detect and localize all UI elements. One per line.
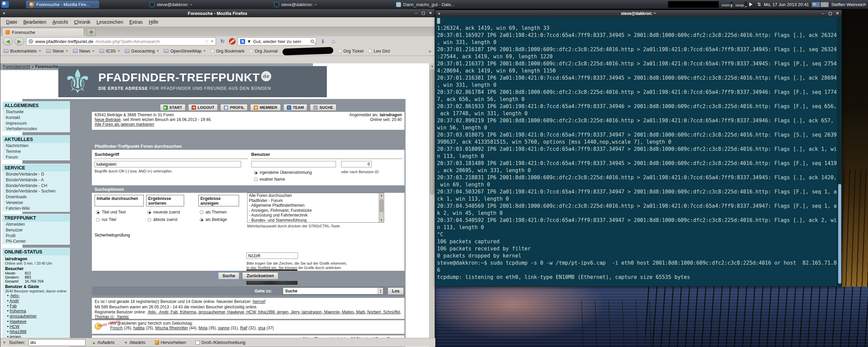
username-input[interactable] <box>251 161 336 167</box>
sidebar-link[interactable]: Fahrten-Wiki <box>2 206 70 211</box>
online-user-link[interactable]: Yannic <box>117 314 129 319</box>
close-icon[interactable]: × <box>3 340 6 345</box>
sidebar-link[interactable]: PN-Center <box>2 239 70 244</box>
bookmark-item[interactable]: Org Journal <box>249 48 278 54</box>
new-tab-button[interactable]: ✚ <box>87 28 96 36</box>
terminal-output[interactable]: 1:26324, ack 1419, win 69, length 3320:3… <box>435 17 837 286</box>
url-bar[interactable]: www.pfadfinder-treffpunkt.de /include.ph… <box>26 37 216 45</box>
online-user-link[interactable]: Fab <box>171 310 180 314</box>
goto-select[interactable]: Suche▲▼ <box>283 287 383 294</box>
forum-option[interactable]: - Allgemeine Pfadfinderthemen <box>248 203 384 208</box>
radio-as-topics[interactable]: als Themen <box>200 210 226 215</box>
sidebar-link[interactable]: Impressum <box>2 121 70 126</box>
submit-button[interactable]: Suche <box>218 272 240 280</box>
new-posts-link[interactable]: Neue Beiträge <box>95 117 121 122</box>
find-previous-button[interactable]: ▲Aufwärts <box>89 339 117 346</box>
home-icon[interactable]: ⌂ <box>329 37 338 45</box>
userid-input[interactable] <box>341 161 372 167</box>
system-monitor-graph[interactable] <box>668 1 719 8</box>
search-term-input[interactable] <box>95 161 241 167</box>
forum-option[interactable]: - Ausrüstung und Fahrtentechnik <box>248 213 384 218</box>
online-user-link[interactable]: Schnüffel <box>383 310 401 314</box>
panel-clock[interactable]: Mo, 17 Jun 2013 20:41 <box>764 2 809 7</box>
sidebar-link[interactable]: Downloads <box>2 194 70 200</box>
bookmark-folder[interactable]: OpenStreetMap▼ <box>164 48 206 54</box>
url-dropdown-icon[interactable]: ▼ <box>211 40 214 43</box>
bookmark-folder[interactable]: Bookmarklets▼ <box>4 48 41 54</box>
online-user-link[interactable]: grossauheimer <box>198 310 227 314</box>
radio-title-only[interactable]: nur Titel <box>96 217 116 222</box>
page-scrollbar[interactable]: ▲ ▼ <box>429 63 435 347</box>
volume-icon[interactable] <box>749 2 754 6</box>
online-user-item[interactable]: Fab <box>2 304 70 309</box>
spinner-icons[interactable]: ▲▼ <box>378 288 383 294</box>
forum-option[interactable]: - Anzeigen, Flohmarkt, Fundstücke <box>248 208 384 213</box>
scrollbar-thumb[interactable] <box>380 199 383 212</box>
downloads-icon[interactable]: ⬇ <box>318 37 327 45</box>
radio-as-posts[interactable]: als Beiträge <box>200 217 227 222</box>
menu-item[interactable]: Extras <box>126 18 146 26</box>
minimize-icon[interactable]: ─ <box>413 10 419 16</box>
minimize-icon[interactable]: ─ <box>820 11 826 16</box>
sidebar-link[interactable]: Kontakt <box>2 115 70 121</box>
network-icon[interactable]: ⇅ <box>757 2 761 7</box>
radio-title-text[interactable]: Titel und Text <box>96 210 126 215</box>
online-user-link[interactable]: Norbert <box>367 310 383 314</box>
bookmark-folder[interactable]: Geocaching▼ <box>125 48 159 54</box>
scroll-up-icon[interactable]: ▲ <box>379 194 384 197</box>
mark-read-link[interactable]: Alle Foren als gelesen markieren <box>95 122 154 127</box>
online-user-link[interactable]: lairsdragon <box>302 310 324 314</box>
sidebar-link[interactable]: Bünde/Verbände - A <box>2 177 70 183</box>
search-bar[interactable]: 8 ▼ Gut, wieder hier zu sein <box>238 37 316 45</box>
online-user-link[interactable]: Thomas U. <box>95 314 117 319</box>
tab-forensuche[interactable]: Forensuche <box>2 28 84 36</box>
birthday-user-link[interactable]: Frosch <box>110 326 123 330</box>
birthday-user-link[interactable]: panne <box>218 326 229 330</box>
bookmark-item[interactable]: Leo Dict <box>368 48 390 54</box>
online-user-item[interactable]: früherma <box>2 309 70 314</box>
birthday-user-link[interactable]: stsa <box>258 326 265 330</box>
workspace-2[interactable] <box>821 2 829 7</box>
taskbar-item-firefox[interactable]: Forensuche - Mozilla Fire... <box>26 1 99 8</box>
search-engine-icon[interactable]: 8 <box>240 39 245 44</box>
bookmark-folder[interactable]: IC3S▼ <box>99 48 120 54</box>
newest-user-link[interactable]: herrcef <box>253 299 265 304</box>
maximize-icon[interactable]: ▢ <box>827 11 833 16</box>
bookmark-item[interactable]: Org Bookmark <box>211 48 244 54</box>
radio-oldest-first[interactable]: älteste zuerst <box>147 217 177 222</box>
sidebar-link[interactable]: Forum <box>2 155 70 160</box>
match-case-checkbox[interactable]: Groß-/Kleinschreibung <box>193 339 249 346</box>
sidebar-link[interactable]: Bünde/Verbände - D <box>2 171 70 177</box>
bookmarks-overflow-icon[interactable]: » <box>429 48 431 54</box>
scrollbar-thumb[interactable] <box>838 184 841 284</box>
online-user-item[interactable]: Andir <box>2 299 70 304</box>
taskbar-item-terminal-1[interactable]: steve@dakkron: ~ <box>147 1 201 8</box>
highlight-all-button[interactable]: Hervorheben <box>152 339 189 346</box>
online-user-link[interactable]: früherma <box>180 310 199 314</box>
menu-item[interactable]: Ansicht <box>49 18 71 26</box>
bookmark-folder[interactable]: News▼ <box>73 48 95 54</box>
sidebar-link[interactable]: Bünde/Verbände - Suchen <box>2 188 70 194</box>
nav-start-button[interactable]: ▶START <box>160 104 185 111</box>
bookmark-star-icon[interactable]: ☆ <box>204 38 209 44</box>
sidebar-link[interactable]: Verhaltenscodex <box>2 126 70 132</box>
forum-option[interactable]: - Bundes- und Stammesführung <box>248 218 384 223</box>
sidebar-link[interactable]: Benutzer <box>2 227 70 233</box>
forum-option[interactable]: Alle Foren durchsuchen <box>248 193 384 198</box>
online-user-link[interactable]: Matti <box>356 310 368 314</box>
applications-menu-icon[interactable] <box>1 1 9 8</box>
taskbar-item-terminal-2[interactable]: steve@dakkron: ~ <box>271 1 326 8</box>
online-user-item[interactable]: grossauheimer <box>2 314 70 319</box>
scrollbar-thumb[interactable] <box>430 69 434 195</box>
nav-profil-button[interactable]: ▤PROFIL <box>220 104 248 111</box>
captcha-input[interactable] <box>246 252 298 259</box>
sidebar-link[interactable]: Termine <box>2 149 70 155</box>
firefox-titlebar[interactable]: ▼ Forensuche - Mozilla Firefox ─ ▢ ✕ <box>0 9 435 17</box>
birthday-user-link[interactable]: Mola <box>199 326 208 330</box>
taskbar-item-filemanager[interactable]: Dann_machs_gut - Date... <box>393 1 454 8</box>
menu-item[interactable]: Hilfe <box>146 18 161 26</box>
find-next-button[interactable]: ▼Abwärts <box>121 339 149 346</box>
back-button[interactable]: ◀ <box>3 37 13 45</box>
online-user-link[interactable]: HCW <box>246 310 258 314</box>
sidebar-link[interactable]: Abmelden <box>2 222 70 227</box>
